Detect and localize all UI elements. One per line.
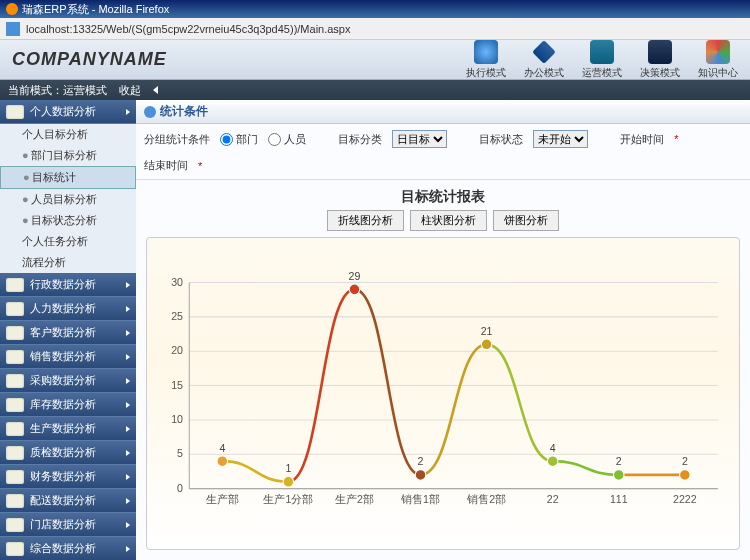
- required-star: *: [674, 133, 678, 145]
- sidebar-row-4[interactable]: 销售数据分析: [0, 345, 136, 369]
- sidebar-label: 财务数据分析: [30, 469, 96, 484]
- chart-container: 0510152025304129221422生产部生产1分部生产2部销售1部销售…: [146, 237, 740, 550]
- report-area: 目标统计报表 折线图分析柱状图分析饼图分析 051015202530412922…: [136, 180, 750, 560]
- topnav-icon: [474, 40, 498, 64]
- sidebar-label: 客户数据分析: [30, 325, 96, 340]
- topnav-icon: [590, 40, 614, 64]
- sidebar-label: 个人数据分析: [30, 104, 96, 119]
- chevron-right-icon: [126, 330, 130, 336]
- folder-icon: [6, 398, 24, 412]
- sidebar-row-5[interactable]: 采购数据分析: [0, 369, 136, 393]
- line-chart: 0510152025304129221422生产部生产1分部生产2部销售1部销售…: [147, 238, 739, 549]
- folder-icon: [6, 542, 24, 556]
- sidebar-row-1[interactable]: 行政数据分析: [0, 273, 136, 297]
- svg-text:20: 20: [171, 344, 183, 356]
- svg-text:15: 15: [171, 379, 183, 391]
- folder-icon: [6, 470, 24, 484]
- url-bar[interactable]: localhost:13325/Web/(S(gm5cpw22vrneiu45c…: [0, 18, 750, 40]
- chart-tab-1[interactable]: 柱状图分析: [410, 210, 487, 231]
- folder-icon: [6, 422, 24, 436]
- sidebar-row-9[interactable]: 财务数据分析: [0, 465, 136, 489]
- collapse-icon[interactable]: [153, 86, 158, 94]
- svg-text:0: 0: [177, 482, 183, 494]
- radio-dept[interactable]: 部门: [220, 132, 258, 147]
- sidebar-label: 采购数据分析: [30, 373, 96, 388]
- sidebar-row-2[interactable]: 人力数据分析: [0, 297, 136, 321]
- svg-point-21: [680, 470, 691, 481]
- topnav-0[interactable]: 执行模式: [466, 40, 506, 80]
- sidebar-label: 人力数据分析: [30, 301, 96, 316]
- svg-point-15: [283, 476, 294, 487]
- topnav-1[interactable]: 办公模式: [524, 40, 564, 80]
- sidebar-row-12[interactable]: 综合数据分析: [0, 537, 136, 560]
- svg-text:22: 22: [547, 493, 559, 505]
- topnav-icon: [648, 40, 672, 64]
- chart-type-tabs: 折线图分析柱状图分析饼图分析: [146, 210, 740, 231]
- svg-text:2: 2: [616, 455, 622, 467]
- group-label: 分组统计条件: [144, 132, 210, 147]
- sub-tail[interactable]: 流程分析: [0, 252, 136, 273]
- folder-icon: [6, 302, 24, 316]
- sub-item[interactable]: ●人员目标分析: [0, 189, 136, 210]
- folder-icon: [6, 494, 24, 508]
- class-select[interactable]: 日目标: [392, 130, 447, 148]
- chevron-right-icon: [126, 402, 130, 408]
- svg-point-19: [547, 456, 558, 467]
- chevron-right-icon: [126, 282, 130, 288]
- folder-icon: [6, 446, 24, 460]
- sidebar-row-11[interactable]: 门店数据分析: [0, 513, 136, 537]
- chevron-right-icon: [126, 450, 130, 456]
- sub-tail[interactable]: 个人任务分析: [0, 231, 136, 252]
- required-star: *: [198, 160, 202, 172]
- chevron-right-icon: [126, 109, 130, 115]
- chevron-right-icon: [126, 306, 130, 312]
- sidebar-label: 库存数据分析: [30, 397, 96, 412]
- sidebar-row-0[interactable]: 个人数据分析: [0, 100, 136, 124]
- sidebar-row-7[interactable]: 生产数据分析: [0, 417, 136, 441]
- sub-item[interactable]: ●部门目标分析: [0, 145, 136, 166]
- sidebar-label: 门店数据分析: [30, 517, 96, 532]
- chart-tab-0[interactable]: 折线图分析: [327, 210, 404, 231]
- status-select[interactable]: 未开始: [533, 130, 588, 148]
- sidebar-row-10[interactable]: 配送数据分析: [0, 489, 136, 513]
- topnav-icon: [706, 40, 730, 64]
- chevron-right-icon: [126, 378, 130, 384]
- svg-point-16: [349, 284, 360, 295]
- main-panel: 统计条件 分组统计条件 部门 人员 目标分类 日目标 目标状态 未开始 开始时间…: [136, 100, 750, 560]
- svg-text:销售1部: 销售1部: [400, 493, 440, 505]
- collapse-button[interactable]: 收起: [119, 83, 141, 98]
- svg-text:4: 4: [550, 442, 556, 454]
- chevron-right-icon: [126, 474, 130, 480]
- topnav-4[interactable]: 知识中心: [698, 40, 738, 80]
- filter-bar: 分组统计条件 部门 人员 目标分类 日目标 目标状态 未开始 开始时间* 结束时…: [136, 124, 750, 180]
- topnav-3[interactable]: 决策模式: [640, 40, 680, 80]
- sidebar-row-6[interactable]: 库存数据分析: [0, 393, 136, 417]
- sidebar-label: 质检数据分析: [30, 445, 96, 460]
- folder-icon: [6, 518, 24, 532]
- url-text: localhost:13325/Web/(S(gm5cpw22vrneiu45c…: [26, 23, 350, 35]
- folder-icon: [6, 374, 24, 388]
- sub-item[interactable]: ●目标状态分析: [0, 210, 136, 231]
- svg-point-18: [481, 339, 492, 350]
- svg-text:10: 10: [171, 413, 183, 425]
- company-logo: COMPANYNAME: [12, 49, 466, 70]
- firefox-icon: [6, 3, 18, 15]
- panel-title-bar: 统计条件: [136, 100, 750, 124]
- svg-text:2222: 2222: [673, 493, 697, 505]
- sidebar-label: 销售数据分析: [30, 349, 96, 364]
- app-header: COMPANYNAME 执行模式办公模式运营模式决策模式知识中心: [0, 40, 750, 80]
- folder-icon: [6, 105, 24, 119]
- sidebar-label: 生产数据分析: [30, 421, 96, 436]
- topnav-2[interactable]: 运营模式: [582, 40, 622, 80]
- sub-head[interactable]: 个人目标分析: [0, 124, 136, 145]
- panel-icon: [144, 106, 156, 118]
- report-title: 目标统计报表: [146, 188, 740, 206]
- class-label: 目标分类: [338, 132, 382, 147]
- chart-tab-2[interactable]: 饼图分析: [493, 210, 559, 231]
- sub-item[interactable]: ●目标统计: [0, 166, 136, 189]
- topnav-label: 运营模式: [582, 66, 622, 80]
- sidebar-row-8[interactable]: 质检数据分析: [0, 441, 136, 465]
- sidebar-row-3[interactable]: 客户数据分析: [0, 321, 136, 345]
- topnav-icon: [532, 40, 556, 64]
- radio-person[interactable]: 人员: [268, 132, 306, 147]
